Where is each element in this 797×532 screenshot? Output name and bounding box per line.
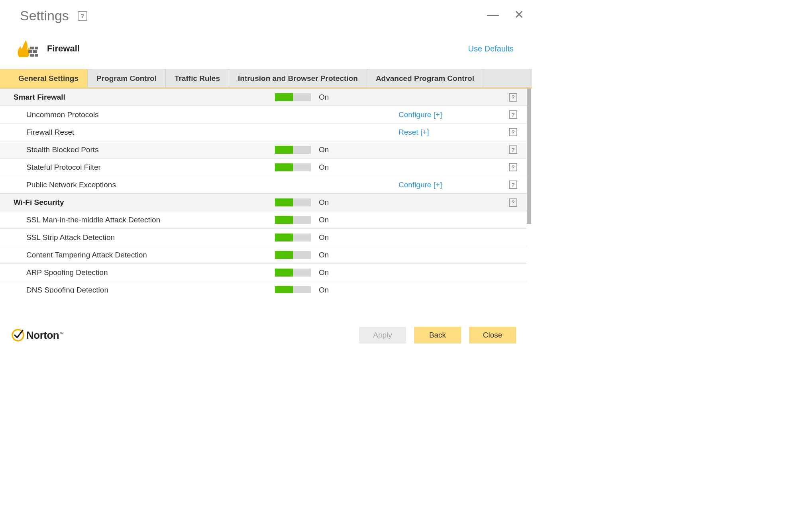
row-label: Firewall Reset — [0, 128, 275, 137]
close-button[interactable]: Close — [469, 327, 516, 344]
minimize-button[interactable]: — — [487, 9, 499, 21]
settings-list: Smart Firewall On ? Uncommon Protocols C… — [0, 88, 527, 293]
row-ssl-strip-detection: SSL Strip Attack Detection On — [0, 229, 527, 246]
help-icon[interactable]: ? — [509, 110, 517, 119]
row-status: On — [319, 286, 398, 294]
footer: Norton ™ Apply Back Close — [0, 316, 532, 355]
help-icon[interactable]: ? — [509, 128, 517, 136]
row-label: ARP Spoofing Detection — [0, 268, 275, 277]
row-arp-spoofing-detection: ARP Spoofing Detection On — [0, 264, 527, 281]
row-status: On — [319, 233, 398, 242]
row-ssl-mitm-detection: SSL Man-in-the-middle Attack Detection O… — [0, 211, 527, 229]
row-status: On — [319, 198, 398, 207]
toggle-arp-spoofing[interactable] — [275, 269, 311, 277]
row-label: Stealth Blocked Ports — [0, 145, 275, 154]
tab-advanced-program-control[interactable]: Advanced Program Control — [367, 69, 483, 87]
help-icon[interactable]: ? — [509, 181, 517, 189]
apply-button: Apply — [359, 327, 406, 344]
tabs-bar: General Settings Program Control Traffic… — [0, 69, 532, 87]
row-content-tampering-detection: Content Tampering Attack Detection On — [0, 246, 527, 264]
scrollbar[interactable] — [527, 88, 531, 224]
brand-name: Norton — [26, 329, 59, 342]
row-label: Stateful Protocol Filter — [0, 163, 275, 172]
firewall-icon — [16, 39, 39, 58]
row-label: SSL Man-in-the-middle Attack Detection — [0, 216, 275, 224]
help-icon[interactable]: ? — [509, 163, 517, 171]
toggle-smart-firewall[interactable] — [275, 93, 311, 101]
row-status: On — [319, 251, 398, 259]
toggle-content-tampering[interactable] — [275, 251, 311, 259]
tab-intrusion-browser-protection[interactable]: Intrusion and Browser Protection — [229, 69, 367, 87]
reset-link[interactable]: Reset [+] — [398, 128, 429, 136]
row-dns-spoofing-detection: DNS Spoofing Detection On — [0, 281, 527, 293]
toggle-ssl-strip[interactable] — [275, 234, 311, 241]
toggle-stealth-blocked-ports[interactable] — [275, 146, 311, 154]
svg-rect-4 — [30, 54, 34, 57]
group-wifi-security: Wi-Fi Security On ? — [0, 194, 527, 211]
row-label: Content Tampering Attack Detection — [0, 251, 275, 259]
row-status: On — [319, 145, 398, 154]
row-public-network-exceptions: Public Network Exceptions Configure [+] … — [0, 176, 527, 194]
svg-rect-0 — [30, 47, 34, 49]
row-label: Wi-Fi Security — [0, 198, 275, 207]
checkmark-circle-icon — [11, 328, 25, 342]
toggle-stateful-protocol-filter[interactable] — [275, 163, 311, 171]
help-icon[interactable]: ? — [509, 145, 517, 154]
row-status: On — [319, 93, 398, 102]
row-label: DNS Spoofing Detection — [0, 286, 275, 294]
use-defaults-link[interactable]: Use Defaults — [468, 44, 514, 53]
page-title: Settings — [20, 8, 69, 24]
configure-link[interactable]: Configure [+] — [398, 110, 442, 119]
row-stealth-blocked-ports: Stealth Blocked Ports On ? — [0, 141, 527, 159]
settings-window: — ✕ Settings ? Firewall U — [0, 0, 532, 355]
help-icon[interactable]: ? — [78, 11, 87, 21]
section-title: Firewall — [47, 43, 80, 54]
row-uncommon-protocols: Uncommon Protocols Configure [+] ? — [0, 106, 527, 124]
row-status: On — [319, 268, 398, 277]
toggle-wifi-security[interactable] — [275, 198, 311, 206]
close-window-button[interactable]: ✕ — [514, 9, 524, 21]
row-stateful-protocol-filter: Stateful Protocol Filter On ? — [0, 159, 527, 176]
row-label: Smart Firewall — [0, 93, 275, 102]
help-icon[interactable]: ? — [509, 198, 517, 207]
tab-program-control[interactable]: Program Control — [88, 69, 166, 87]
toggle-ssl-mitm[interactable] — [275, 216, 311, 224]
row-status: On — [319, 216, 398, 224]
row-label: SSL Strip Attack Detection — [0, 233, 275, 242]
norton-logo: Norton ™ — [11, 328, 64, 342]
back-button[interactable]: Back — [414, 327, 461, 344]
toggle-dns-spoofing[interactable] — [275, 286, 311, 294]
row-status: On — [319, 163, 398, 172]
svg-rect-1 — [35, 47, 38, 49]
help-icon[interactable]: ? — [509, 93, 517, 102]
tab-traffic-rules[interactable]: Traffic Rules — [166, 69, 229, 87]
row-firewall-reset: Firewall Reset Reset [+] ? — [0, 124, 527, 141]
row-label: Uncommon Protocols — [0, 110, 275, 119]
svg-rect-3 — [33, 50, 37, 53]
svg-rect-5 — [35, 54, 38, 57]
svg-rect-2 — [28, 50, 32, 53]
tab-general-settings[interactable]: General Settings — [0, 69, 88, 87]
row-label: Public Network Exceptions — [0, 181, 275, 189]
group-smart-firewall: Smart Firewall On ? — [0, 88, 527, 106]
configure-link[interactable]: Configure [+] — [398, 181, 442, 189]
trademark-symbol: ™ — [59, 331, 64, 336]
